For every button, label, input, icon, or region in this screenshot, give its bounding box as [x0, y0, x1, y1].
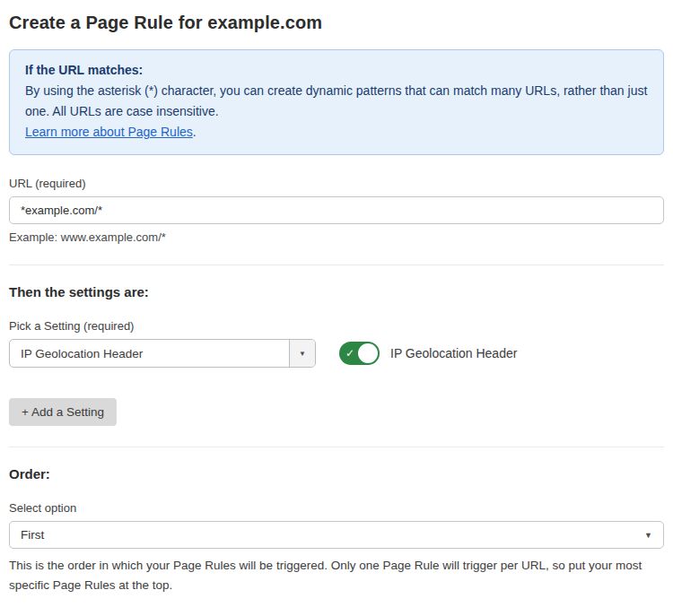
divider: [9, 265, 664, 265]
order-helper-text: This is the order in which your Page Rul…: [9, 556, 664, 595]
divider: [9, 447, 664, 447]
create-page-rule-form: Create a Page Rule for example.com If th…: [0, 0, 673, 616]
url-label: URL (required): [9, 177, 664, 190]
link-suffix: .: [193, 125, 197, 139]
select-option-label: Select option: [9, 501, 664, 515]
url-match-info-banner: If the URL matches: By using the asteris…: [9, 49, 664, 155]
info-heading: If the URL matches:: [25, 60, 648, 81]
pick-setting-label: Pick a Setting (required): [9, 319, 664, 333]
chevron-down-icon: ▼: [299, 350, 306, 358]
setting-dropdown-button[interactable]: ▼: [289, 340, 315, 367]
info-link-line: Learn more about Page Rules.: [25, 122, 648, 143]
info-body-text: By using the asterisk (*) character, you…: [25, 81, 648, 122]
url-section: URL (required) Example: www.example.com/…: [9, 177, 664, 244]
url-helper-text: Example: www.example.com/*: [9, 230, 664, 244]
toggle-label: IP Geolocation Header: [390, 346, 517, 360]
url-input[interactable]: [9, 196, 664, 224]
page-title: Create a Page Rule for example.com: [9, 13, 664, 33]
order-select-value: First: [21, 528, 644, 542]
add-setting-button[interactable]: + Add a Setting: [9, 398, 117, 426]
toggle-knob: [358, 343, 378, 363]
settings-heading: Then the settings are:: [9, 284, 664, 299]
learn-more-link[interactable]: Learn more about Page Rules: [25, 125, 193, 139]
chevron-down-icon: ▼: [644, 531, 652, 540]
order-select[interactable]: First ▼: [9, 521, 664, 549]
order-heading: Order:: [9, 466, 664, 482]
setting-dropdown-value: IP Geolocation Header: [10, 340, 289, 367]
setting-dropdown[interactable]: IP Geolocation Header ▼: [9, 339, 316, 368]
toggle-check-icon: ✓: [345, 346, 354, 360]
ip-geolocation-toggle[interactable]: ✓: [339, 342, 380, 365]
setting-row: IP Geolocation Header ▼ ✓ IP Geolocation…: [9, 339, 664, 368]
